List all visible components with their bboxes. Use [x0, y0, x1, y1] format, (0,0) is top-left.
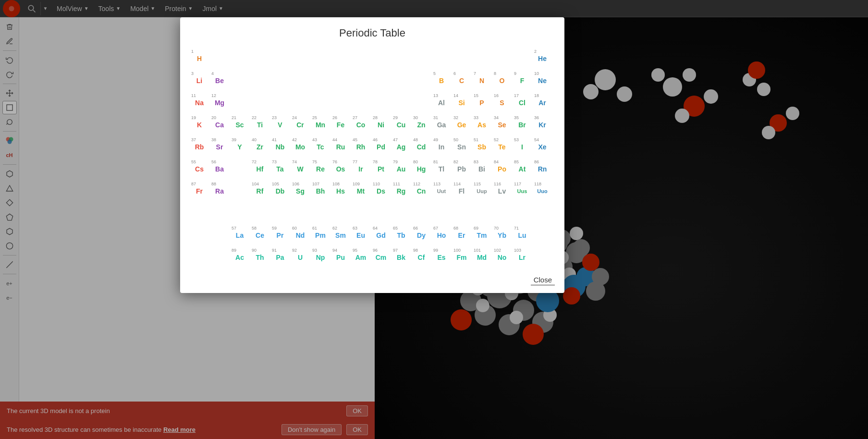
element-Uuo[interactable]: 118Uuo — [533, 181, 552, 202]
element-W[interactable]: 74W — [291, 159, 310, 180]
element-Lv[interactable]: 116Lv — [492, 181, 512, 202]
element-Ba[interactable]: 56Ba — [210, 159, 229, 180]
element-Fr[interactable]: 87Fr — [190, 181, 209, 202]
modal-overlay[interactable]: Periodic Table 1H2He3Li4Be5B6C7N8O9F10Ne… — [0, 0, 868, 439]
element-Nb[interactable]: 41Nb — [270, 136, 290, 158]
element-Tm[interactable]: 69Tm — [472, 225, 491, 246]
element-Lr[interactable]: 103Lr — [513, 247, 532, 268]
element-Sr[interactable]: 38Sr — [210, 136, 229, 158]
element-Ag[interactable]: 47Ag — [391, 136, 411, 158]
element-Cs[interactable]: 55Cs — [190, 159, 209, 180]
element-Ge[interactable]: 32Ge — [452, 114, 471, 135]
element-Ni[interactable]: 28Ni — [371, 114, 391, 135]
element-At[interactable]: 85At — [513, 159, 532, 180]
element-Re[interactable]: 75Re — [311, 159, 330, 180]
element-Co[interactable]: 27Co — [351, 114, 370, 135]
element-Cm[interactable]: 96Cm — [371, 247, 391, 268]
element-Mt[interactable]: 109Mt — [351, 181, 370, 202]
element-Zn[interactable]: 30Zn — [412, 114, 431, 135]
element-Rn[interactable]: 86Rn — [533, 159, 552, 180]
element-Cn[interactable]: 112Cn — [412, 181, 431, 202]
element-Li[interactable]: 3Li — [190, 70, 209, 91]
element-Pd[interactable]: 46Pd — [371, 136, 391, 158]
element-Rb[interactable]: 37Rb — [190, 136, 209, 158]
element-Br[interactable]: 35Br — [513, 114, 532, 135]
element-Mg[interactable]: 12Mg — [210, 92, 229, 113]
element-Cd[interactable]: 48Cd — [412, 136, 431, 158]
element-B[interactable]: 5B — [432, 70, 451, 91]
element-Am[interactable]: 95Am — [351, 247, 370, 268]
element-Po[interactable]: 84Po — [492, 159, 512, 180]
element-Ar[interactable]: 18Ar — [533, 92, 552, 113]
element-Ce[interactable]: 58Ce — [250, 225, 269, 246]
element-Tc[interactable]: 43Tc — [311, 136, 330, 158]
element-Pa[interactable]: 91Pa — [270, 247, 290, 268]
element-Yb[interactable]: 70Yb — [492, 225, 512, 246]
element-Ra[interactable]: 88Ra — [210, 181, 229, 202]
element-Lu[interactable]: 71Lu — [513, 225, 532, 246]
element-K[interactable]: 19K — [190, 114, 209, 135]
element-Db[interactable]: 105Db — [270, 181, 290, 202]
element-O[interactable]: 8O — [492, 70, 512, 91]
element-Ac[interactable]: 89Ac — [230, 247, 249, 268]
element-Pu[interactable]: 94Pu — [331, 247, 350, 268]
element-Mn[interactable]: 25Mn — [311, 114, 330, 135]
element-Bi[interactable]: 83Bi — [472, 159, 491, 180]
element-La[interactable]: 57La — [230, 225, 249, 246]
element-Gd[interactable]: 64Gd — [371, 225, 391, 246]
element-Tl[interactable]: 81Tl — [432, 159, 451, 180]
element-Pm[interactable]: 61Pm — [311, 225, 330, 246]
element-N[interactable]: 7N — [472, 70, 491, 91]
element-Rh[interactable]: 45Rh — [351, 136, 370, 158]
element-Mo[interactable]: 42Mo — [291, 136, 310, 158]
element-Ne[interactable]: 10Ne — [533, 70, 552, 91]
element-Th[interactable]: 90Th — [250, 247, 269, 268]
element-Sn[interactable]: 50Sn — [452, 136, 471, 158]
element-Pt[interactable]: 78Pt — [371, 159, 391, 180]
element-Na[interactable]: 11Na — [190, 92, 209, 113]
element-Os[interactable]: 76Os — [331, 159, 350, 180]
element-Sg[interactable]: 106Sg — [291, 181, 310, 202]
element-Uup[interactable]: 115Uup — [472, 181, 491, 202]
element-Xe[interactable]: 54Xe — [533, 136, 552, 158]
element-V[interactable]: 23V — [270, 114, 290, 135]
element-Hs[interactable]: 108Hs — [331, 181, 350, 202]
element-Eu[interactable]: 63Eu — [351, 225, 370, 246]
element-Pb[interactable]: 82Pb — [452, 159, 471, 180]
element-Cu[interactable]: 29Cu — [391, 114, 411, 135]
element-Be[interactable]: 4Be — [210, 70, 229, 91]
element-Cr[interactable]: 24Cr — [291, 114, 310, 135]
element-H[interactable]: 1H — [190, 48, 209, 69]
element-Bh[interactable]: 107Bh — [311, 181, 330, 202]
element-Tb[interactable]: 65Tb — [391, 225, 411, 246]
element-Hf[interactable]: 72Hf — [250, 159, 269, 180]
element-Er[interactable]: 68Er — [452, 225, 471, 246]
element-P[interactable]: 15P — [472, 92, 491, 113]
element-Y[interactable]: 39Y — [230, 136, 249, 158]
element-Pr[interactable]: 59Pr — [270, 225, 290, 246]
element-Ca[interactable]: 20Ca — [210, 114, 229, 135]
element-Sc[interactable]: 21Sc — [230, 114, 249, 135]
element-Ru[interactable]: 44Ru — [331, 136, 350, 158]
element-Es[interactable]: 99Es — [432, 247, 451, 268]
element-Fm[interactable]: 100Fm — [452, 247, 471, 268]
element-Dy[interactable]: 66Dy — [412, 225, 431, 246]
element-Fe[interactable]: 26Fe — [331, 114, 350, 135]
element-S[interactable]: 16S — [492, 92, 512, 113]
element-As[interactable]: 33As — [472, 114, 491, 135]
element-Ga[interactable]: 31Ga — [432, 114, 451, 135]
element-No[interactable]: 102No — [492, 247, 512, 268]
element-Bk[interactable]: 97Bk — [391, 247, 411, 268]
element-Se[interactable]: 34Se — [492, 114, 512, 135]
element-U[interactable]: 92U — [291, 247, 310, 268]
element-Np[interactable]: 93Np — [311, 247, 330, 268]
element-Cl[interactable]: 17Cl — [513, 92, 532, 113]
element-Cf[interactable]: 98Cf — [412, 247, 431, 268]
element-Sb[interactable]: 51Sb — [472, 136, 491, 158]
element-Kr[interactable]: 36Kr — [533, 114, 552, 135]
element-Ho[interactable]: 67Ho — [432, 225, 451, 246]
element-Zr[interactable]: 40Zr — [250, 136, 269, 158]
element-Ir[interactable]: 77Ir — [351, 159, 370, 180]
element-Si[interactable]: 14Si — [452, 92, 471, 113]
element-Ta[interactable]: 73Ta — [270, 159, 290, 180]
